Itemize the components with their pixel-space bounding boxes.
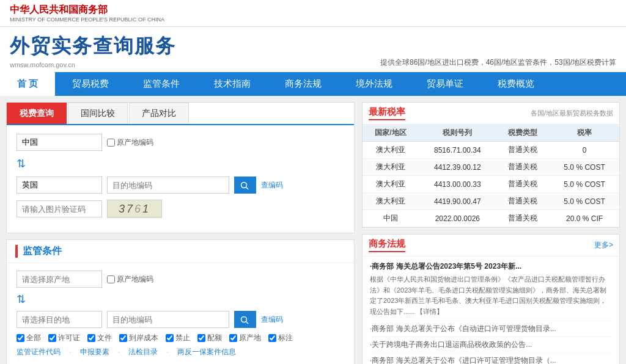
site-title: 外贸实务查询服务	[10, 33, 176, 60]
sup-dest-row: 查编码	[17, 311, 344, 328]
logo-cn-name: 中华人民共和国商务部	[10, 4, 108, 15]
origin-checkbox[interactable]	[107, 139, 115, 147]
tab-product-compare[interactable]: 产品对比	[129, 103, 189, 124]
link-antidump[interactable]: 两反一保案件信息	[177, 347, 236, 357]
rates-subtitle: 各国/地区最新贸易税务数据	[531, 109, 613, 118]
law-more-link[interactable]: 更多>	[594, 240, 613, 250]
nav-item-trade-tax[interactable]: 贸易税费	[55, 72, 126, 96]
sup-origin-checkbox-label[interactable]: 原产地编码	[107, 274, 153, 285]
origin-row: 原产地编码	[17, 134, 344, 151]
nav-item-trade-doc[interactable]: 贸易单证	[410, 72, 481, 96]
captcha-image[interactable]: 3761	[107, 200, 162, 218]
cb-all[interactable]: 全部	[17, 333, 41, 343]
law-sub-item-1[interactable]: ·商务部 海关总署关于公布《自动进口许可管理货物目录...	[370, 321, 612, 334]
cell-country: 澳大利亚	[363, 176, 419, 193]
main-content: 税费查询 国间比较 产品对比 原产地编码 ⇅	[0, 96, 626, 364]
cb-doc[interactable]: 文件	[87, 333, 112, 343]
header-logo: 中华人民共和国商务部 MINISTRY OF COMMERCE PEOPLE'S…	[10, 4, 164, 23]
sup-query-code-link[interactable]: 查编码	[261, 315, 283, 325]
nav-item-commerce[interactable]: 商务法规	[268, 72, 339, 96]
table-row[interactable]: 中国 2022.00.0026 普通关税 20.0 % CIF	[363, 210, 619, 227]
nav-item-tax-overview[interactable]: 税费概览	[481, 72, 551, 96]
dest-code-input[interactable]	[107, 177, 229, 194]
query-form: 原产地编码 ⇅ 查编码	[7, 125, 354, 233]
law-header: 商务法规 更多>	[363, 235, 619, 257]
law-sub-item-3[interactable]: ·商务部 海关总署关于公布《进口许可证管理货物目录（...	[370, 352, 612, 364]
query-tabs: 税费查询 国间比较 产品对比	[7, 103, 354, 125]
search-code-button[interactable]	[234, 177, 256, 194]
dest-row: 查编码	[17, 177, 344, 194]
header-desc: 提供全球86国/地区进出口税费，46国/地区监管条件，53国/地区税费计算	[380, 57, 616, 68]
origin-checkbox-label[interactable]: 原产地编码	[107, 137, 153, 148]
law-main-detail: 根据《中华人民共和国货物进出口管理条例》《农产品进口关税配额管理暂行办法》和《2…	[370, 274, 612, 317]
cell-rate: 0	[550, 142, 619, 159]
col-type: 税费类型	[496, 125, 550, 142]
cb-quota[interactable]: 配额	[197, 333, 222, 343]
cell-code: 4419.90.00.47	[419, 193, 496, 210]
link-declare[interactable]: 申报要素	[80, 347, 109, 357]
supervision-form: 原产地编码 ⇅ 查编码 全部	[7, 263, 354, 364]
supervision-title: 监管条件	[15, 245, 62, 258]
sup-swap-row: ⇅	[17, 293, 344, 306]
col-country: 国家/地区	[363, 125, 419, 142]
cell-code: 8516.71.00.34	[419, 142, 496, 159]
logo-en-name: MINISTRY OF COMMERCE PEOPLE'S REPUBLIC O…	[10, 16, 164, 23]
tax-query-box: 税费查询 国间比较 产品对比 原产地编码 ⇅	[6, 102, 355, 233]
table-row[interactable]: 澳大利亚 4413.00.00.33 普通关税 5.0 % COST	[363, 176, 619, 193]
law-sub-item-2[interactable]: ·关于跨境电子商务出口退运商品税收政策的公告...	[370, 337, 612, 350]
cell-country: 澳大利亚	[363, 142, 419, 159]
sup-origin-select[interactable]	[17, 271, 102, 288]
cell-code: 4413.00.00.33	[419, 176, 496, 193]
query-code-link[interactable]: 查编码	[261, 180, 283, 191]
supervision-box: 监管条件 原产地编码 ⇅	[6, 239, 355, 364]
sup-origin-row: 原产地编码	[17, 271, 344, 288]
sup-swap-icon[interactable]: ⇅	[17, 293, 26, 306]
cell-type: 普通关税	[496, 142, 550, 159]
header-top: 中华人民共和国商务部 MINISTRY OF COMMERCE PEOPLE'S…	[0, 0, 626, 27]
cell-country: 中国	[363, 210, 419, 227]
sup-origin-checkbox[interactable]	[107, 275, 115, 283]
table-row[interactable]: 澳大利亚 4412.39.00.12 普通关税 5.0 % COST	[363, 159, 619, 176]
sup-code-input[interactable]	[107, 311, 229, 328]
link-inspection[interactable]: 法检目录	[128, 347, 158, 357]
cb-mark[interactable]: 标注	[268, 333, 293, 343]
cb-license[interactable]: 许可证	[48, 333, 80, 343]
cell-rate: 20.0 % CIF	[550, 210, 619, 227]
nav-item-tech[interactable]: 技术指南	[197, 72, 268, 96]
tab-tax-query[interactable]: 税费查询	[7, 103, 67, 124]
captcha-input[interactable]	[17, 200, 102, 217]
dest-input[interactable]	[17, 177, 102, 194]
site-url: wmsw.mofcom.gov.cn	[10, 61, 176, 68]
sup-search-button[interactable]	[234, 311, 256, 328]
cb-cif[interactable]: 到岸成本	[119, 333, 158, 343]
table-row[interactable]: 澳大利亚 8516.71.00.34 普通关税 0	[363, 142, 619, 159]
law-content: ·商务部 海关总署公告2023年第5号 2023年新... 根据《中华人民共和国…	[363, 257, 619, 364]
supervision-header: 监管条件	[7, 240, 354, 263]
tab-country-compare[interactable]: 国间比较	[68, 103, 128, 124]
swap-row: ⇅	[17, 157, 344, 170]
right-panel: 最新税率 各国/地区最新贸易税务数据 国家/地区 税则号列 税费类型 税率 澳大…	[362, 102, 620, 364]
sup-links-row: 监管证件代码 · 申报要素 · 法检目录 · 两反一保案件信息	[17, 347, 344, 361]
link-cert-code[interactable]: 监管证件代码	[17, 347, 61, 357]
svg-point-2	[241, 316, 247, 322]
nav-item-supervision[interactable]: 监管条件	[126, 72, 197, 96]
sup-dest-select[interactable]	[17, 311, 102, 328]
swap-icon[interactable]: ⇅	[17, 157, 26, 170]
svg-line-3	[246, 321, 249, 324]
origin-input[interactable]	[17, 134, 102, 151]
cb-ban[interactable]: 禁止	[166, 333, 190, 343]
cb-origin[interactable]: 原产地	[229, 333, 261, 343]
cell-type: 普通关税	[496, 193, 550, 210]
cell-rate: 5.0 % COST	[550, 159, 619, 176]
rates-title: 最新税率	[369, 106, 405, 120]
nav-item-foreign-law[interactable]: 境外法规	[339, 72, 410, 96]
cell-country: 澳大利亚	[363, 159, 419, 176]
svg-point-0	[241, 182, 247, 187]
rates-header: 最新税率 各国/地区最新贸易税务数据	[363, 103, 619, 125]
law-title: 商务法规	[369, 238, 405, 252]
law-main-title[interactable]: ·商务部 海关总署公告2023年第5号 2023年新...	[370, 261, 612, 272]
header-main: 外贸实务查询服务 wmsw.mofcom.gov.cn 提供全球86国/地区进出…	[0, 27, 626, 72]
table-row[interactable]: 澳大利亚 4419.90.00.47 普通关税 5.0 % COST	[363, 193, 619, 210]
nav-item-home[interactable]: 首 页	[0, 72, 55, 96]
cell-code: 2022.00.0026	[419, 210, 496, 227]
